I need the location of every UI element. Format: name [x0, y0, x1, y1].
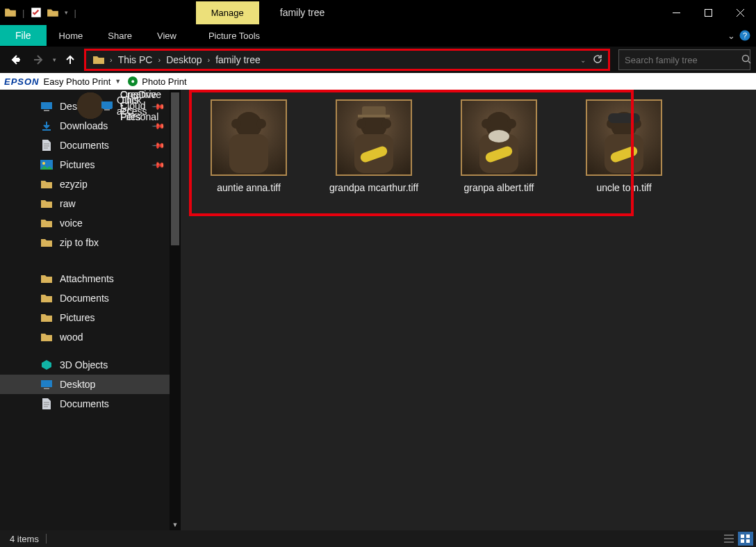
help-icon[interactable]: ? — [739, 30, 750, 41]
history-dropdown-icon[interactable]: ▾ — [53, 56, 56, 63]
sidebar-this-pc[interactable]: This PC — [77, 92, 104, 119]
chevron-right-icon[interactable]: › — [155, 56, 163, 64]
close-button[interactable] — [724, 0, 756, 25]
sidebar-item-label: 3D Objects — [60, 359, 108, 370]
sidebar-item-3d-objects[interactable]: 3D Objects — [0, 355, 181, 375]
tab-view[interactable]: View — [145, 25, 189, 46]
ribbon-collapse-icon[interactable]: ⌄ — [728, 31, 735, 41]
file-name-label: uncle tom.tiff — [596, 181, 651, 209]
chevron-right-icon[interactable]: › — [107, 56, 115, 64]
file-tab[interactable]: File — [0, 25, 47, 46]
sidebar-item-label: Downloads — [60, 120, 108, 131]
photo-print-icon: ● — [128, 76, 138, 86]
thumbnails-view-button[interactable] — [738, 532, 753, 546]
qat-dropdown-icon[interactable]: ▾ — [65, 9, 68, 16]
breadcrumb-family-tree[interactable]: family tree — [213, 54, 263, 65]
svg-rect-6 — [44, 110, 49, 111]
folder-icon — [4, 6, 17, 19]
pin-icon: 📌 — [151, 158, 166, 172]
doc-icon — [40, 140, 53, 151]
refresh-icon[interactable] — [593, 54, 602, 66]
details-view-button[interactable] — [721, 532, 737, 546]
sidebar-item-documents[interactable]: Documents — [0, 394, 181, 414]
maximize-button[interactable] — [692, 0, 724, 25]
sidebar-item-documents[interactable]: Documents — [0, 288, 181, 308]
sidebar-item-documents[interactable]: Documents📌 — [0, 136, 181, 155]
tab-picture-tools[interactable]: Picture Tools — [196, 25, 272, 46]
address-root-icon[interactable] — [90, 55, 107, 65]
minimize-button[interactable] — [660, 0, 692, 25]
svg-rect-10 — [104, 109, 110, 111]
address-bar[interactable]: › This PC › Desktop › family tree ⌄ — [84, 49, 610, 71]
breadcrumb-this-pc[interactable]: This PC — [115, 54, 156, 65]
sidebar-item-pictures[interactable]: Pictures📌 — [0, 155, 181, 174]
file-item[interactable]: grandpa mcarthur.tiff — [328, 99, 420, 209]
search-input[interactable] — [625, 55, 741, 65]
svg-rect-5 — [41, 102, 52, 109]
sidebar-item-label: Desktop — [60, 379, 95, 390]
epson-dropdown-icon[interactable]: ▼ — [115, 78, 121, 85]
doc-icon — [40, 398, 53, 409]
breadcrumb-desktop[interactable]: Desktop — [163, 54, 204, 65]
address-dropdown-icon[interactable]: ⌄ — [580, 56, 586, 64]
tab-home[interactable]: Home — [47, 25, 96, 46]
sidebar-item-label: Documents — [60, 140, 109, 151]
file-thumbnail[interactable] — [211, 99, 287, 176]
svg-point-8 — [42, 162, 45, 165]
qat-separator: | — [22, 8, 24, 18]
status-item-count: 4 items — [10, 534, 39, 544]
search-icon[interactable] — [741, 54, 751, 66]
tab-share[interactable]: Share — [95, 25, 145, 46]
folder-icon — [40, 274, 53, 284]
file-item[interactable]: granpa albert.tiff — [453, 99, 545, 209]
sidebar-scrollbar[interactable]: ▲ ▼ — [170, 90, 181, 530]
svg-rect-1 — [705, 9, 712, 16]
sidebar-item-wood[interactable]: wood — [0, 327, 181, 347]
chevron-right-icon[interactable]: › — [205, 56, 213, 64]
file-thumbnail[interactable] — [461, 99, 537, 176]
svg-rect-15 — [741, 539, 744, 543]
sidebar-item-label: voice — [60, 218, 83, 229]
epson-easy-photo-print[interactable]: Easy Photo Print — [44, 76, 111, 87]
svg-rect-9 — [101, 101, 113, 108]
pin-icon: 📌 — [151, 138, 166, 153]
epson-brand: EPSON — [4, 76, 40, 87]
scrollbar-thumb[interactable] — [171, 92, 179, 245]
sidebar-item-ezyzip[interactable]: ezyzip — [0, 174, 181, 194]
forward-button[interactable] — [29, 50, 49, 70]
sidebar-item-label: Pictures — [60, 159, 95, 170]
desktop-icon — [40, 101, 53, 111]
desktop-icon — [40, 379, 53, 389]
sidebar-item-label: ezyzip — [60, 179, 88, 190]
epson-photo-print[interactable]: Photo Print — [142, 76, 186, 87]
navigation-pane[interactable]: ★ Quick access Desktop📌Downloads📌Documen… — [0, 90, 181, 530]
folder-icon — [40, 199, 53, 209]
sidebar-item-voice[interactable]: voice — [0, 213, 181, 233]
titlebar: | ▾ | Manage family tree — [0, 0, 756, 25]
manage-context-tab[interactable]: Manage — [196, 1, 259, 24]
up-button[interactable] — [60, 50, 80, 70]
file-item[interactable]: auntie anna.tiff — [203, 99, 295, 209]
sidebar-item-attachments[interactable]: Attachments — [0, 269, 181, 288]
qat-newfolder-icon[interactable] — [47, 6, 59, 19]
sidebar-item-label: Attachments — [60, 273, 114, 284]
epson-toolbar: EPSON Easy Photo Print ▼ ● Photo Print — [0, 73, 756, 90]
file-view[interactable]: auntie anna.tiffgrandpa mcarthur.tiffgra… — [181, 90, 756, 530]
qat-properties-icon[interactable] — [30, 6, 42, 19]
svg-point-4 — [743, 55, 749, 61]
sidebar-item-pictures[interactable]: Pictures — [0, 308, 181, 327]
window-title: family tree — [280, 7, 325, 18]
scroll-down-icon[interactable]: ▼ — [170, 519, 181, 530]
file-item[interactable]: uncle tom.tiff — [578, 99, 670, 209]
file-thumbnail[interactable] — [586, 99, 662, 176]
sidebar-item-zip-to-fbx[interactable]: zip to fbx — [0, 233, 181, 252]
svg-rect-14 — [746, 534, 750, 538]
file-thumbnail[interactable] — [336, 99, 412, 176]
sidebar-item-desktop[interactable]: Desktop — [0, 375, 181, 394]
sidebar-item-raw[interactable]: raw — [0, 194, 181, 213]
ribbon: File Home Share View Picture Tools ⌄ ? — [0, 25, 756, 47]
svg-rect-13 — [741, 534, 744, 538]
back-button[interactable] — [6, 50, 25, 70]
search-box[interactable] — [618, 49, 750, 70]
svg-rect-16 — [746, 539, 750, 543]
